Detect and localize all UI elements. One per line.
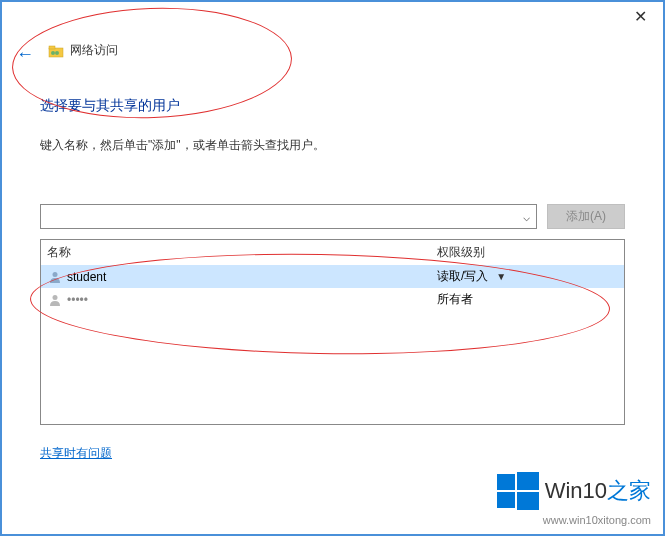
svg-rect-1 (49, 46, 55, 49)
svg-point-5 (53, 295, 58, 300)
add-button: 添加(A) (547, 204, 625, 229)
page-title: 选择要与其共享的用户 (40, 97, 625, 115)
user-name-combobox[interactable]: ⌵ (40, 204, 537, 229)
chevron-down-icon: ⌵ (523, 210, 530, 224)
svg-point-3 (55, 51, 59, 55)
close-icon: ✕ (634, 7, 647, 26)
windows-logo-icon (497, 470, 539, 512)
permission-value: 所有者 (437, 291, 618, 308)
breadcrumb-label: 网络访问 (70, 42, 118, 59)
permission-dropdown[interactable]: 读取/写入 ▼ (437, 268, 618, 285)
row-name: ••••• (67, 293, 437, 307)
user-icon (47, 292, 63, 308)
svg-rect-6 (497, 474, 515, 490)
svg-rect-8 (497, 492, 515, 508)
svg-rect-7 (517, 472, 539, 490)
watermark-brand: Win10之家 (545, 476, 651, 506)
watermark: Win10之家 www.win10xitong.com (497, 470, 651, 526)
chevron-down-icon: ▼ (496, 271, 506, 282)
col-header-name[interactable]: 名称 (47, 244, 437, 261)
table-row[interactable]: ••••• 所有者 (41, 288, 624, 311)
watermark-url: www.win10xitong.com (543, 514, 651, 526)
col-header-permission[interactable]: 权限级别 (437, 244, 618, 261)
svg-point-2 (51, 51, 55, 55)
svg-rect-9 (517, 492, 539, 510)
user-table: 名称 权限级别 student 读取/写入 ▼ ••••• 所 (40, 239, 625, 425)
row-name: student (67, 270, 437, 284)
close-button[interactable]: ✕ (618, 2, 663, 30)
page-subtitle: 键入名称，然后单击"添加"，或者单击箭头查找用户。 (40, 137, 625, 154)
permission-value: 读取/写入 (437, 268, 488, 285)
table-header: 名称 权限级别 (41, 240, 624, 265)
network-folder-icon (48, 43, 64, 59)
user-icon (47, 269, 63, 285)
svg-point-4 (53, 272, 58, 277)
breadcrumb: 网络访问 (48, 42, 625, 59)
help-link[interactable]: 共享时有问题 (40, 445, 112, 462)
table-row[interactable]: student 读取/写入 ▼ (41, 265, 624, 288)
back-arrow-icon[interactable]: ← (16, 44, 34, 65)
